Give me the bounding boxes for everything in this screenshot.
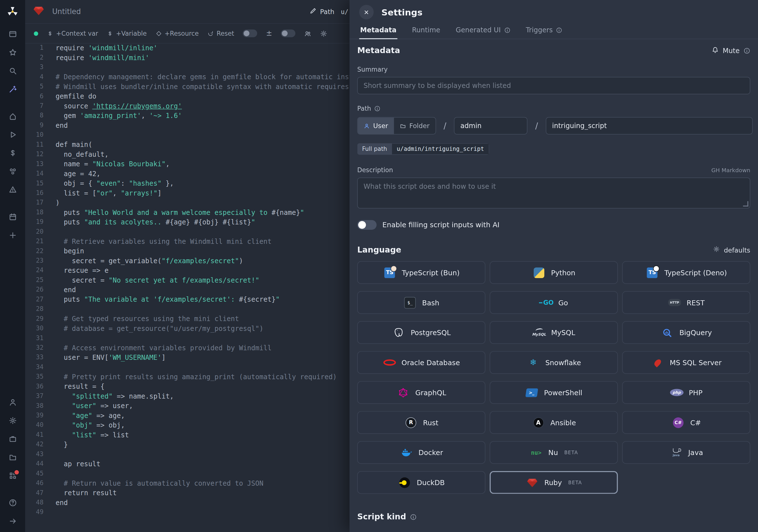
runs-icon[interactable] xyxy=(6,128,19,141)
mute-button[interactable]: Mute xyxy=(712,46,750,55)
owner-kind-user-button[interactable]: User xyxy=(358,118,394,134)
language-button-bash[interactable]: $_Bash xyxy=(358,291,485,314)
create-icon[interactable] xyxy=(6,229,19,241)
settings-icon[interactable] xyxy=(6,414,19,427)
close-icon[interactable]: ✕ xyxy=(359,5,374,19)
line-number: 9 xyxy=(33,121,44,130)
language-button-python[interactable]: Python xyxy=(490,261,618,284)
user-icon[interactable] xyxy=(6,396,19,408)
ai-fill-label: Enable filling script inputs with AI xyxy=(382,221,500,229)
ai-wand-icon[interactable] xyxy=(6,83,19,95)
diff-toggle[interactable] xyxy=(243,29,258,37)
language-label: MS SQL Server xyxy=(670,359,722,367)
language-label: Python xyxy=(551,269,575,277)
language-button-ansible[interactable]: AAnsible xyxy=(490,411,618,434)
language-label: GraphQL xyxy=(415,389,446,397)
language-button-postgresql[interactable]: PostgreSQL xyxy=(358,321,485,344)
path-button[interactable]: Path xyxy=(309,0,334,23)
line-number: 33 xyxy=(33,352,44,362)
home-icon[interactable] xyxy=(6,110,19,123)
collaborators-icon[interactable] xyxy=(304,30,311,37)
language-button-java[interactable]: JavaJava xyxy=(622,441,750,464)
language-button-typescript-bun[interactable]: TSTypeScript (Bun) xyxy=(358,261,485,284)
tab-triggers[interactable]: Triggers xyxy=(525,22,564,39)
tab-runtime[interactable]: Runtime xyxy=(411,22,441,39)
language-button-duckdb[interactable]: DuckDB xyxy=(358,471,485,494)
help-icon[interactable] xyxy=(6,496,19,509)
csharp-icon: C# xyxy=(672,416,685,429)
app-window-icon[interactable] xyxy=(6,27,19,40)
language-button-snowflake[interactable]: ❄Snowflake xyxy=(490,351,618,374)
sidebar-group xyxy=(6,210,19,241)
search-icon[interactable] xyxy=(6,64,19,77)
errors-icon[interactable] xyxy=(6,183,19,196)
path-row: User Folder / / xyxy=(358,117,750,134)
language-label: PowerShell xyxy=(544,389,582,397)
folders-icon[interactable] xyxy=(6,451,19,463)
variables-icon[interactable] xyxy=(6,147,19,159)
path-name-input[interactable] xyxy=(546,117,753,134)
line-number: 8 xyxy=(33,111,44,120)
line-number: 48 xyxy=(33,498,44,507)
language-heading: Language xyxy=(358,245,401,255)
language-button-typescript-deno[interactable]: TSTypeScript (Deno) xyxy=(622,261,750,284)
star-icon[interactable] xyxy=(6,46,19,59)
language-button-ruby[interactable]: RubyBETA xyxy=(490,471,618,494)
line-number: 38 xyxy=(33,401,44,410)
language-button-graphql[interactable]: GraphQL xyxy=(358,381,485,404)
language-defaults-button[interactable]: defaults xyxy=(713,246,750,254)
language-button-docker[interactable]: Docker xyxy=(358,441,485,464)
plus-minus-icon[interactable]: ± xyxy=(266,29,272,38)
line-number: 43 xyxy=(33,449,44,459)
line-number: 25 xyxy=(33,275,44,285)
typescript-bun-icon: TS xyxy=(383,266,396,279)
add-variable-button[interactable]: +Variable xyxy=(107,30,147,37)
editor-settings-gear-icon[interactable] xyxy=(320,30,327,37)
language-button-php[interactable]: phpPHP xyxy=(622,381,750,404)
script-title-input[interactable] xyxy=(52,7,198,16)
windmill-logo-icon[interactable] xyxy=(6,5,19,20)
path-prefix-text: u/ xyxy=(341,0,348,23)
path-owner-input[interactable] xyxy=(454,117,528,134)
resources-icon[interactable] xyxy=(6,165,19,178)
bigquery-icon xyxy=(661,326,674,339)
collapse-icon[interactable] xyxy=(6,514,19,527)
language-button-rust[interactable]: RRust xyxy=(358,411,485,434)
line-number: 39 xyxy=(33,411,44,420)
line-number: 26 xyxy=(33,285,44,294)
apps-grid-icon[interactable] xyxy=(6,469,19,482)
line-number: 21 xyxy=(33,236,44,246)
language-button-c[interactable]: C#C# xyxy=(622,411,750,434)
description-textarea[interactable] xyxy=(358,178,750,208)
language-label: Java xyxy=(688,448,703,456)
python-icon xyxy=(532,266,546,279)
schedules-icon[interactable] xyxy=(6,210,19,223)
language-label: C# xyxy=(690,418,701,426)
workers-icon[interactable] xyxy=(6,432,19,445)
add-resource-button[interactable]: +Resource xyxy=(155,30,199,37)
language-button-nu[interactable]: nu>NuBETA xyxy=(490,441,618,464)
oracle-icon xyxy=(383,356,396,369)
line-number: 2 xyxy=(33,53,44,62)
line-number: 13 xyxy=(33,159,44,169)
php-icon: php xyxy=(670,386,683,399)
path-separator: / xyxy=(535,121,538,130)
language-button-mysql[interactable]: MySQLMySQL xyxy=(490,321,618,344)
sidebar-group xyxy=(6,110,19,196)
owner-kind-folder-button[interactable]: Folder xyxy=(394,118,435,134)
summary-input[interactable] xyxy=(358,77,750,94)
language-button-rest[interactable]: HTTPREST xyxy=(622,291,750,314)
ai-fill-toggle[interactable] xyxy=(358,220,377,230)
language-button-powershell[interactable]: >_PowerShell xyxy=(490,381,618,404)
add-context-var-button[interactable]: +Context var xyxy=(47,30,98,37)
language-button-oracle-database[interactable]: Oracle Database xyxy=(358,351,485,374)
language-button-go[interactable]: GOGo xyxy=(490,291,618,314)
reset-button[interactable]: Reset xyxy=(207,30,234,37)
line-number: 27 xyxy=(33,295,44,304)
language-label: TypeScript (Deno) xyxy=(664,269,727,277)
tab-generated-ui[interactable]: Generated UI xyxy=(455,22,511,39)
language-button-ms-sql-server[interactable]: MS SQL Server xyxy=(622,351,750,374)
autosave-toggle[interactable] xyxy=(281,29,295,37)
language-button-bigquery[interactable]: BigQuery xyxy=(622,321,750,344)
tab-metadata[interactable]: Metadata xyxy=(359,22,397,39)
